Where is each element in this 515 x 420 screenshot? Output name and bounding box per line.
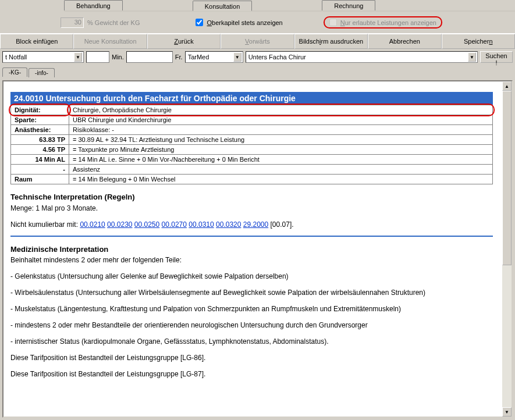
tab-behandlung[interactable]: Behandlung bbox=[64, 0, 123, 10]
med-intro: Beinhaltet mindestens 2 oder mehr der fo… bbox=[10, 255, 493, 265]
link-00-0320[interactable]: 00.0320 bbox=[216, 220, 241, 229]
search-combo[interactable]: Unters Facha Chirur▼ bbox=[246, 51, 478, 63]
med-li2: - Wirbelsäulenstatus (Untersuchung aller… bbox=[10, 287, 493, 298]
tab-konsultation[interactable]: Konsultation bbox=[193, 1, 253, 11]
al-value: = 14 Min AL i.e. Sinne + 0 Min Vor-/Nach… bbox=[69, 155, 493, 165]
link-00-0210[interactable]: 00.0210 bbox=[80, 220, 105, 229]
bildschirm-ausdrucken-button[interactable]: Bildschirm ausdrucken bbox=[294, 34, 368, 49]
med-li1: - Gelenkstatus (Untersuchung aller Gelen… bbox=[10, 271, 493, 282]
content-panel: 24.0010 Untersuchung durch den Facharzt … bbox=[2, 80, 513, 418]
abbrechen-button[interactable]: Abbrechen bbox=[368, 34, 441, 49]
tarmed-dropdown[interactable]: TarMed▼ bbox=[185, 51, 243, 63]
chevron-down-icon: ▼ bbox=[233, 52, 241, 62]
dignitaet-value: Chirurgie, Orthopädische Chirurgie bbox=[69, 105, 493, 115]
assistenz-label: - bbox=[11, 165, 69, 175]
zurueck-button[interactable]: Zurück bbox=[147, 34, 221, 49]
min-input[interactable] bbox=[86, 51, 109, 63]
tp2-value: = Taxpunkte pro Minute Arztleistung bbox=[69, 145, 493, 155]
med-li3: - Muskelstatus (Längentestung, Krafttest… bbox=[10, 304, 493, 314]
neue-konsultation-button[interactable]: Neue Konsultation bbox=[73, 34, 147, 49]
link-00-0270[interactable]: 00.0270 bbox=[162, 220, 187, 229]
assistenz-value: Assistenz bbox=[69, 165, 493, 175]
tech-interpretation-heading: Technische Interpretation (Regeln) bbox=[10, 191, 493, 203]
med-lg2: Diese Tarifposition ist Bestandteil der … bbox=[10, 369, 493, 379]
tp1-label: 63.83 TP bbox=[11, 135, 69, 145]
gewicht-label: % Gewicht der KG bbox=[87, 19, 140, 26]
kumul-text: Nicht kumulierbar mit: 00.0210 00.0230 0… bbox=[10, 219, 493, 230]
chevron-down-icon: ▼ bbox=[74, 52, 82, 62]
scroll-down-icon[interactable]: ▼ bbox=[502, 407, 512, 417]
suchen-button[interactable]: Suchen ! bbox=[480, 51, 513, 63]
divider bbox=[10, 236, 493, 237]
notfall-dropdown[interactable]: t Notfall▼ bbox=[2, 51, 84, 63]
anaesthesie-label: Anästhesie: bbox=[11, 125, 69, 135]
nur-erlaubte-highlight: Nur erlaubte Leistungen anzeigen bbox=[324, 16, 442, 29]
sparte-value: UBR Chirurgie und Kinderchirurgie bbox=[69, 115, 493, 125]
block-einfuegen-button[interactable]: Block einfügen bbox=[0, 34, 73, 49]
info-table: Dignität: Chirurgie, Orthopädische Chiru… bbox=[10, 105, 493, 184]
link-00-0250[interactable]: 00.0250 bbox=[134, 220, 159, 229]
gewicht-input[interactable]: 30 bbox=[61, 17, 84, 28]
sparte-label: Sparte: bbox=[11, 115, 69, 125]
dignitaet-label: Dignität: bbox=[11, 105, 69, 115]
tp2-label: 4.56 TP bbox=[11, 145, 69, 155]
tp1-value: = 30.89 AL + 32.94 TL: Arztleistung und … bbox=[69, 135, 493, 145]
link-29-2000[interactable]: 29.2000 bbox=[243, 220, 268, 229]
link-00-0310[interactable]: 00.0310 bbox=[189, 220, 214, 229]
med-li5: - internistischer Status (kardiopulmonal… bbox=[10, 336, 493, 347]
raum-label: Raum bbox=[11, 175, 69, 184]
nur-erlaubte-checkbox[interactable]: Nur erlaubte Leistungen anzeigen bbox=[329, 19, 436, 26]
subtab-info[interactable]: -info- bbox=[29, 68, 55, 77]
tab-rechnung[interactable]: Rechnung bbox=[322, 0, 375, 10]
link-00-0230[interactable]: 00.0230 bbox=[107, 220, 132, 229]
fr-label: Fr. bbox=[175, 54, 183, 60]
scroll-thumb[interactable] bbox=[502, 91, 512, 265]
al-label: 14 Min AL bbox=[11, 155, 69, 165]
scrollbar[interactable]: ▲ ▼ bbox=[502, 81, 512, 417]
service-title: 24.0010 Untersuchung durch den Facharzt … bbox=[10, 92, 493, 105]
min-label: Min. bbox=[112, 54, 124, 60]
speichern-button[interactable]: Speichern bbox=[442, 34, 515, 49]
chevron-down-icon: ▼ bbox=[468, 52, 476, 62]
med-lg1: Diese Tarifposition ist Bestandteil der … bbox=[10, 353, 493, 363]
oberkapitel-checkbox[interactable]: Oberkapitel stets anzeigen bbox=[196, 19, 282, 26]
menge-text: Menge: 1 Mal pro 3 Monate. bbox=[10, 203, 493, 213]
fr-input[interactable] bbox=[126, 51, 173, 63]
raum-value: = 14 Min Belegung + 0 Min Wechsel bbox=[69, 175, 493, 184]
subtab-kg[interactable]: -KG- bbox=[2, 67, 27, 77]
scroll-up-icon[interactable]: ▲ bbox=[502, 81, 512, 91]
vorwaerts-button[interactable]: Vorwärts bbox=[221, 34, 294, 49]
med-interpretation-heading: Medizinische Interpretation bbox=[10, 244, 493, 255]
med-li4: - mindestens 2 oder mehr Bestandteile de… bbox=[10, 320, 493, 330]
anaesthesie-value: Risikoklasse: - bbox=[69, 125, 493, 135]
